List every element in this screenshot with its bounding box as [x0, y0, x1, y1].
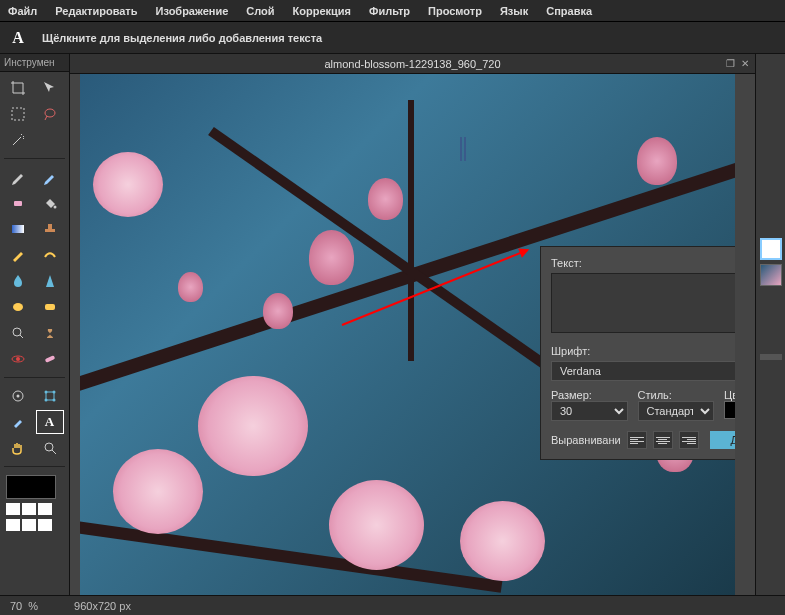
svg-point-12 [17, 395, 20, 398]
stamp-tool-icon[interactable] [36, 217, 64, 241]
layer-thumb-1[interactable] [760, 238, 782, 260]
zoom-tool-icon[interactable] [36, 436, 64, 460]
svg-point-3 [53, 206, 56, 209]
menu-layer[interactable]: Слой [246, 5, 274, 17]
text-label: Текст: [551, 257, 735, 269]
svg-rect-13 [46, 392, 54, 400]
tool-panel: Инструмен [0, 54, 70, 595]
svg-point-7 [13, 328, 21, 336]
dodge-tool-icon[interactable] [4, 321, 32, 345]
lasso-tool-icon[interactable] [36, 102, 64, 126]
active-tool-icon: A [8, 28, 28, 48]
window-duplicate-icon[interactable]: ❐ [726, 58, 735, 69]
eraser-tool-icon[interactable] [4, 191, 32, 215]
foreground-color[interactable] [6, 475, 56, 499]
bucket-tool-icon[interactable] [36, 191, 64, 215]
svg-point-16 [44, 399, 47, 402]
canvas-dimensions: 960x720 px [74, 600, 131, 612]
document-title: almond-blossom-1229138_960_720 [324, 58, 500, 70]
hand-tool-icon[interactable] [4, 436, 32, 460]
move-tool-icon[interactable] [36, 76, 64, 100]
svg-point-18 [45, 443, 53, 451]
pencil-tool-icon[interactable] [4, 165, 32, 189]
menu-correction[interactable]: Коррекция [293, 5, 351, 17]
menu-file[interactable]: Файл [8, 5, 37, 17]
font-select[interactable]: Verdana [551, 361, 735, 381]
svg-rect-4 [12, 225, 24, 233]
font-label: Шрифт: [551, 345, 735, 357]
menu-edit[interactable]: Редактировать [55, 5, 137, 17]
svg-point-15 [52, 391, 55, 394]
layer-thumb-2[interactable] [760, 264, 782, 286]
style-select[interactable]: Стандартный [638, 401, 715, 421]
text-dialog: Текст: Шрифт: Verdana Размер: 30 Стиль: … [540, 246, 735, 460]
menu-help[interactable]: Справка [546, 5, 592, 17]
text-input[interactable] [551, 273, 735, 333]
svg-point-1 [45, 109, 55, 117]
panel-toggle-icon[interactable] [760, 354, 782, 360]
align-right-button[interactable] [679, 431, 699, 449]
window-close-icon[interactable]: ✕ [741, 58, 749, 69]
marquee-tool-icon[interactable] [4, 102, 32, 126]
menu-filter[interactable]: Фильтр [369, 5, 410, 17]
canvas[interactable]: Текст: Шрифт: Verdana Размер: 30 Стиль: … [80, 74, 735, 595]
document-tab: almond-blossom-1229138_960_720 ❐ ✕ [70, 54, 755, 74]
replace-tool-icon[interactable] [4, 243, 32, 267]
zoom-value: 70 [10, 600, 22, 612]
draw-tool-icon[interactable] [36, 243, 64, 267]
sharpen-tool-icon[interactable] [36, 269, 64, 293]
align-left-button[interactable] [627, 431, 647, 449]
color-picker[interactable] [724, 401, 735, 419]
gradient-tool-icon[interactable] [4, 217, 32, 241]
svg-rect-0 [12, 108, 24, 120]
tool-hint: Щёлкните для выделения либо добавления т… [42, 32, 322, 44]
brush-tool-icon[interactable] [36, 165, 64, 189]
align-label: Выравнивани [551, 434, 621, 446]
style-label: Стиль: [638, 389, 715, 401]
target-tool-icon[interactable] [4, 384, 32, 408]
svg-rect-6 [45, 304, 55, 310]
heal-tool-icon[interactable] [36, 347, 64, 371]
svg-rect-10 [44, 355, 55, 363]
menu-lang[interactable]: Язык [500, 5, 528, 17]
wand-tool-icon[interactable] [4, 128, 32, 152]
status-bar: 70 % 960x720 px [0, 595, 785, 615]
svg-point-5 [13, 303, 23, 311]
align-center-button[interactable] [653, 431, 673, 449]
smudge-tool-icon[interactable] [4, 295, 32, 319]
svg-rect-2 [14, 201, 22, 206]
tool-options-bar: A Щёлкните для выделения либо добавления… [0, 22, 785, 54]
spacer [36, 128, 64, 152]
redeye-tool-icon[interactable] [4, 347, 32, 371]
ok-button[interactable]: Да [710, 431, 735, 449]
blur-tool-icon[interactable] [4, 269, 32, 293]
canvas-area: almond-blossom-1229138_960_720 ❐ ✕ [70, 54, 755, 595]
menu-bar: Файл Редактировать Изображение Слой Корр… [0, 0, 785, 22]
svg-point-9 [16, 357, 20, 361]
text-cursor [460, 137, 466, 161]
size-select[interactable]: 30 [551, 401, 628, 421]
svg-point-14 [44, 391, 47, 394]
transform-tool-icon[interactable] [36, 384, 64, 408]
color-label: Цвет: [724, 389, 735, 401]
tool-panel-title: Инструмен [0, 54, 69, 72]
color-swatches[interactable] [0, 469, 69, 537]
zoom-unit: % [28, 600, 38, 612]
svg-point-17 [52, 399, 55, 402]
right-panel [755, 54, 785, 595]
menu-image[interactable]: Изображение [156, 5, 229, 17]
sponge-tool-icon[interactable] [36, 295, 64, 319]
size-label: Размер: [551, 389, 628, 401]
menu-view[interactable]: Просмотр [428, 5, 482, 17]
eyedrop-tool-icon[interactable] [4, 410, 32, 434]
burn-tool-icon[interactable] [36, 321, 64, 345]
crop-tool-icon[interactable] [4, 76, 32, 100]
text-tool-icon[interactable]: A [36, 410, 64, 434]
